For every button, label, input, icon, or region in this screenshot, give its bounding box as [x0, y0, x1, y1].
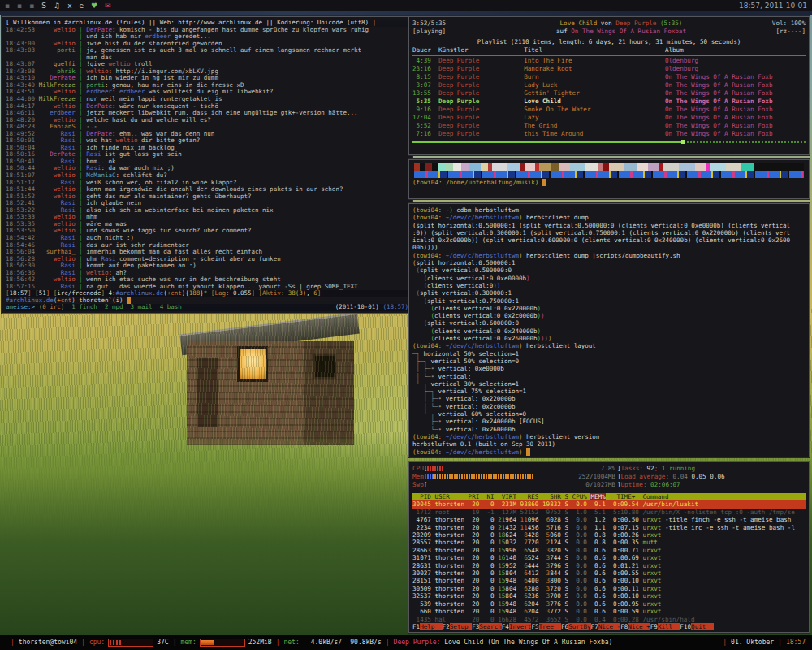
mode-flags: [rz----] — [732, 28, 806, 36]
seg: vertical: — [438, 373, 472, 380]
playlist-row[interactable]: 17:04 Deep Purple Lazy On The Wings Of A… — [412, 114, 806, 122]
color-strip-terminal[interactable]: (towi04: /home/unterhaltung/musik) — [408, 159, 810, 199]
process-row[interactable]: 539 thorsten 20 0 15948 6204 3776 S 0.0 … — [412, 600, 806, 608]
seg: 1.1 0:07.15 — [587, 524, 643, 531]
process-row[interactable]: 28631 thorsten 20 0 15952 6444 3796 S 0.… — [412, 562, 806, 570]
process-row[interactable]: 2234 thorsten 20 0 21432 11456 5716 S 0.… — [412, 524, 806, 531]
mem-meter-value: 252/1004MB — [578, 474, 615, 480]
seg: 15 — [498, 600, 505, 608]
shell-prompt[interactable]: (towi04: /home/unterhaltung/musik) — [412, 179, 806, 187]
tray-icon[interactable]: ♥ — [91, 0, 97, 11]
seg: urxvt — [643, 608, 662, 615]
seg: +cnt — [167, 289, 182, 297]
cpu-meter-label: CPU — [412, 465, 424, 473]
htop-fkey[interactable]: F2Setup — [443, 623, 473, 630]
panel-divider-strip — [0, 11, 812, 15]
seg: 204 — [528, 600, 546, 608]
seg: ─┐ — [412, 350, 424, 358]
htop-fkey[interactable]: F3Search — [472, 623, 502, 630]
tmux-window-tab[interactable]: (0 irc) — [35, 304, 68, 311]
seg: On The Wings Of A Rusian Foxb — [665, 114, 773, 121]
seg: 23:16 — [412, 65, 431, 72]
playlist-row[interactable]: 23:16 Deep Purple Mandrake Root Oldenbur… — [412, 65, 806, 73]
terminal-line: └─• vertical: 0x260000b — [412, 426, 806, 433]
seg: 0.0 — [576, 562, 587, 570]
seg: 720 — [528, 539, 546, 546]
process-table-header[interactable]: PID USER PRI NI VIRT RES SHR S CPU% MEM%… — [412, 493, 806, 500]
process-row[interactable]: 28557 thorsten 20 0 15032 7720 2124 S 0.… — [412, 539, 806, 546]
htop-fkey[interactable]: F1Help — [412, 623, 443, 630]
music-player-window[interactable]: 3:52/5:35 [playing] Love Child von Deep … — [408, 16, 810, 155]
seg: 1712 root 19 -1 127M 52152 9752 S 1.0 5.… — [412, 509, 795, 516]
tray-icon[interactable]: x — [67, 0, 71, 11]
seg: └─┐ — [412, 380, 431, 388]
volume-indicator[interactable]: Vol: 100% — [732, 20, 806, 28]
tmux-window-tab[interactable]: 3 mail — [127, 304, 156, 311]
seg: vertical: 0x2c0000b — [446, 403, 516, 410]
playlist-row[interactable]: 3:07 Deep Purple Lady Luck On The Wings … — [412, 81, 806, 89]
bottom-status-bar: | thorsten@towi04 | cpu: 37C | mem: 252M… — [0, 635, 812, 650]
seg: 30045 thorsten 20 0 231M 93860 19832 S 0… — [412, 500, 698, 508]
tray-icon[interactable]: ✉ — [105, 0, 111, 11]
playlist-row[interactable]: 5:52 Deep Purple The Grind On The Wings … — [412, 122, 806, 130]
htop-fkey[interactable]: F10Quit — [680, 623, 713, 630]
herbstclient-terminal[interactable]: (towi04: ~) cdbm herbstluftwm(towi04: ~/… — [408, 203, 810, 457]
seg: split vertical:0.500000:0 — [420, 266, 512, 274]
playlist-row[interactable]: 8:15 Deep Purple Burn On The Wings Of A … — [412, 73, 806, 81]
htop-fkey[interactable]: F5Tree — [531, 623, 561, 630]
seg: ) — [526, 275, 530, 282]
terminal-line: (clients vertical:0 0x220000b) — [412, 305, 806, 312]
htop-fkey[interactable]: F8Nice + — [620, 623, 650, 630]
process-row[interactable]: 1435 hal 20 0 16628 4572 3652 S 0.0 0.4 … — [412, 616, 806, 623]
seg: 432 — [505, 524, 520, 531]
tray-icon[interactable]: e — [79, 0, 84, 11]
htop-fkey[interactable]: F6SortBy — [561, 623, 591, 630]
tmux-window-tab[interactable]: 4 bash — [156, 304, 182, 311]
track-progress-bar[interactable] — [412, 140, 806, 145]
terminal-line: (clients vertical:0 0x240000b) — [412, 327, 806, 335]
playlist-row[interactable]: 4:39 Deep Purple Into The Fire Oldenburg — [412, 57, 806, 65]
process-row[interactable]: 30045 thorsten 20 0 231M 93860 19832 S 0… — [412, 500, 806, 508]
process-row[interactable]: 30027 thorsten 20 0 15804 6412 3844 S 0.… — [412, 570, 806, 577]
htop-fkey[interactable]: F9Kill — [650, 623, 680, 630]
process-row[interactable]: 31071 thorsten 20 0 16140 6524 3744 S 0.… — [412, 554, 806, 561]
process-row[interactable]: 30509 thorsten 20 0 15804 6280 3720 S 0.… — [412, 585, 806, 592]
playlist-row[interactable]: 5:35 Deep Purple Love Child On The Wings… — [412, 98, 806, 106]
process-row[interactable]: 28663 thorsten 20 0 15996 6548 3820 S 0.… — [412, 547, 806, 554]
process-row[interactable]: 32537 thorsten 20 0 15804 6236 3700 S 0.… — [412, 592, 806, 600]
tray-icon[interactable]: S — [41, 0, 46, 11]
tmux-window-tab[interactable]: 1 finch — [68, 304, 102, 311]
seg: 236 — [528, 592, 546, 600]
playlist-row[interactable]: 9:16 Deep Purple Smoke On The Water On T… — [412, 106, 806, 114]
playlist-row[interactable]: 13:55 Deep Purple Gettin' Tighter On The… — [412, 89, 806, 98]
tray-icon[interactable]: ▪ — [5, 0, 10, 11]
process-row[interactable]: 28209 thorsten 20 0 18624 8428 5060 S 0.… — [412, 531, 806, 539]
tmux-clock: (2011-10-01) (18:57) — [335, 304, 408, 311]
net-label: net: — [283, 639, 299, 646]
terminal-line: (split vertical:0.500000:0 — [412, 266, 806, 274]
tray-icon[interactable]: ▪ — [17, 0, 22, 11]
process-row[interactable]: 1712 root 19 -1 127M 52152 9752 S 1.0 5.… — [412, 509, 806, 516]
htop-fkey[interactable]: F4Invert — [502, 623, 532, 630]
seg: ja, gemessen ist es auch 3 mal so schnel… — [86, 46, 361, 54]
process-row[interactable]: 660 thorsten 20 0 15948 6204 3772 S 0.0 … — [412, 608, 806, 615]
progress-elapsed — [412, 141, 684, 143]
htop-window[interactable]: CPU[ 7.8% ] Mem[ 252/1004MB ] Swp[ 0/102… — [408, 462, 810, 633]
tmux-window-tab[interactable]: ameise:> — [6, 304, 35, 311]
seg: 804 — [505, 570, 524, 577]
process-row[interactable]: 28151 thorsten 20 0 15948 6400 3800 S 0.… — [412, 577, 806, 584]
seg: 124 S — [550, 539, 576, 546]
process-row[interactable]: 4767 thorsten 20 0 21964 11096 6028 S 0.… — [412, 516, 806, 523]
tray-icon[interactable]: ▪ — [29, 0, 34, 11]
seg: F9 — [650, 623, 658, 630]
playlist-row[interactable]: 7:16 Deep Purple this Time Around On The… — [412, 130, 806, 138]
player-state: [playing] — [412, 28, 510, 36]
seg: urxvt — [643, 600, 662, 608]
irc-terminal-window[interactable]: [ Willkommen in #archlinux.de (!rules) |… — [2, 16, 412, 314]
htop-fkey[interactable]: F7Nice - — [591, 623, 621, 630]
tmux-window-tab[interactable]: 2 mpd — [101, 304, 127, 311]
progress-marker[interactable] — [681, 140, 685, 144]
cpu-meter-value: 7.8% — [601, 466, 615, 472]
seg: Mandrake Root — [524, 65, 665, 72]
tray-icon[interactable]: ♫ — [54, 0, 60, 11]
